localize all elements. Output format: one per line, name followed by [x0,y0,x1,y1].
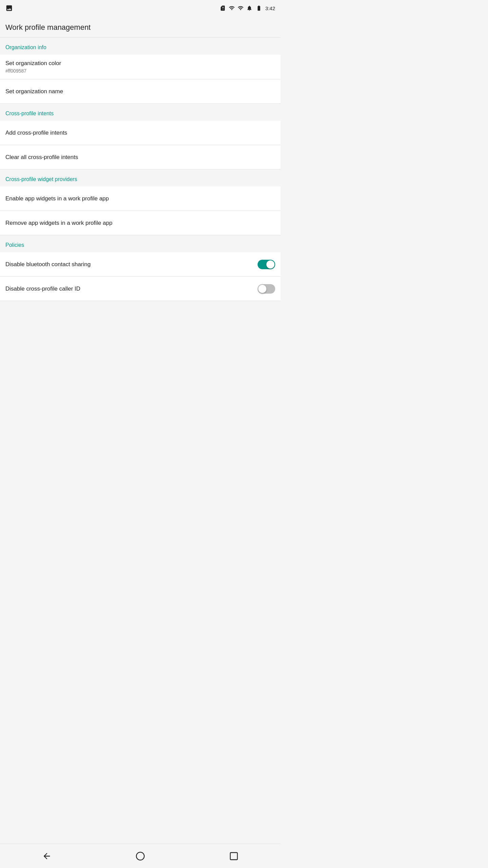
enable-app-widgets-item[interactable]: Enable app widgets in a work profile app [0,186,281,211]
set-org-name-title: Set organization name [5,88,275,95]
battery-icon [255,5,263,11]
enable-app-widgets-title: Enable app widgets in a work profile app [5,195,275,202]
section-cross-profile-widget-providers-header: Cross-profile widget providers [5,176,77,182]
page-title-bar: Work profile management [0,16,281,38]
add-cross-profile-intents-title: Add cross-profile intents [5,130,275,136]
section-policies-header: Policies [5,242,24,248]
content-area: Organization info Set organization color… [0,38,281,326]
status-time: 3:42 [265,5,275,11]
disable-caller-id-toggle-knob [258,285,266,293]
status-bar: 3:42 [0,0,281,16]
add-cross-profile-intents-item[interactable]: Add cross-profile intents [0,121,281,145]
page-title: Work profile management [5,23,91,32]
section-organization-info: Organization info [0,38,281,55]
wifi-icon [238,5,244,11]
signal-icon [229,5,235,11]
disable-bluetooth-item[interactable]: Disable bluetooth contact sharing [0,252,281,277]
disable-caller-id-toggle[interactable] [258,284,275,294]
remove-app-widgets-item[interactable]: Remove app widgets in a work profile app [0,211,281,235]
status-bar-left [5,4,13,12]
section-cross-profile-widget-providers: Cross-profile widget providers [0,170,281,186]
disable-bluetooth-row: Disable bluetooth contact sharing [5,260,275,269]
clear-cross-profile-intents-title: Clear all cross-profile intents [5,154,275,161]
set-org-color-item[interactable]: Set organization color #ff009587 [0,55,281,79]
disable-caller-id-row: Disable cross-profile caller ID [5,284,275,294]
set-org-color-title: Set organization color [5,60,275,67]
clear-cross-profile-intents-item[interactable]: Clear all cross-profile intents [0,145,281,170]
section-policies: Policies [0,235,281,252]
section-organization-info-header: Organization info [5,44,46,50]
image-icon [5,4,13,12]
status-bar-right: 3:42 [220,5,275,11]
disable-caller-id-title: Disable cross-profile caller ID [5,285,80,292]
disable-bluetooth-toggle-knob [266,260,274,269]
set-org-color-subtitle: #ff009587 [5,68,275,74]
disable-caller-id-item[interactable]: Disable cross-profile caller ID [0,277,281,301]
disable-bluetooth-toggle[interactable] [258,260,275,269]
set-org-name-item[interactable]: Set organization name [0,79,281,104]
remove-app-widgets-title: Remove app widgets in a work profile app [5,220,275,226]
sim-icon [220,5,226,11]
disable-bluetooth-title: Disable bluetooth contact sharing [5,261,90,268]
notification-icon [246,5,252,11]
section-cross-profile-intents-header: Cross-profile intents [5,111,54,116]
section-cross-profile-intents: Cross-profile intents [0,104,281,121]
